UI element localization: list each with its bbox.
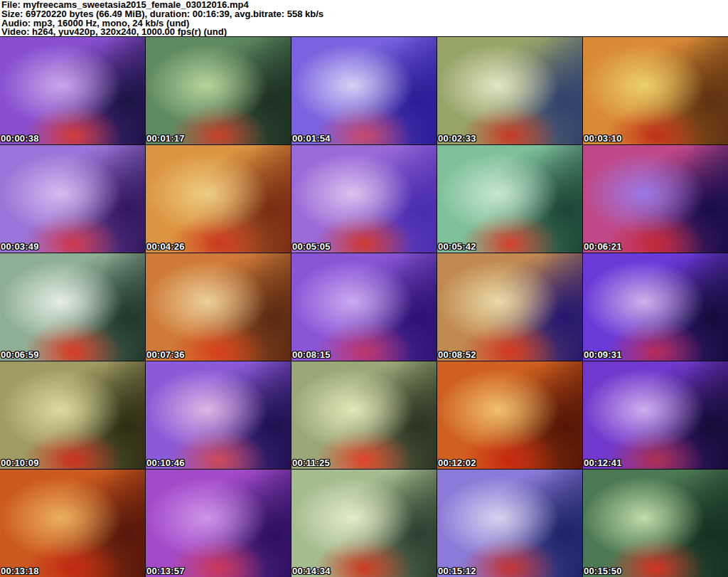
video-thumbnail: 00:14:34: [291, 470, 437, 577]
video-thumbnail: 00:11:25: [291, 361, 437, 469]
thumbnail-timestamp: 00:10:09: [1, 457, 39, 468]
video-thumbnail: 00:06:59: [0, 253, 145, 361]
contact-sheet: File: myfreecams_sweetasia2015_female_03…: [0, 0, 728, 577]
thumbnail-timestamp: 00:14:34: [292, 566, 331, 576]
thumbnail-timestamp: 00:05:42: [438, 241, 476, 252]
video-thumbnail: 00:03:10: [583, 37, 728, 144]
thumbnail-timestamp: 00:12:02: [438, 457, 476, 468]
video-thumbnail: 00:13:57: [146, 470, 291, 577]
video-thumbnail: 00:08:15: [291, 253, 437, 361]
thumbnail-timestamp: 00:13:57: [146, 566, 185, 576]
thumbnail-timestamp: 00:13:18: [1, 566, 39, 576]
thumbnail-timestamp: 00:06:59: [1, 349, 39, 360]
video-thumbnail: 00:02:33: [437, 37, 582, 144]
video-thumbnail: 00:10:46: [146, 361, 291, 469]
thumbnail-timestamp: 00:05:05: [292, 241, 331, 252]
video-thumbnail: 00:15:12: [437, 470, 582, 577]
thumbnail-timestamp: 00:01:54: [292, 133, 331, 144]
thumbnail-timestamp: 00:08:15: [292, 349, 331, 360]
thumbnail-timestamp: 00:12:41: [584, 457, 622, 468]
video-thumbnail: 00:12:41: [583, 361, 728, 469]
video-thumbnail: 00:03:49: [0, 145, 145, 253]
thumbnail-timestamp: 00:06:21: [584, 241, 622, 252]
thumbnail-timestamp: 00:15:12: [438, 566, 476, 576]
thumbnail-timestamp: 00:07:36: [146, 349, 185, 360]
thumbnail-timestamp: 00:00:38: [1, 133, 39, 144]
thumbnail-timestamp: 00:11:25: [292, 457, 330, 468]
video-thumbnail: 00:01:54: [291, 37, 437, 144]
thumbnail-grid: 00:00:38 00:01:17 00:01:54 00:02:33 00:0…: [0, 36, 728, 577]
video-thumbnail: 00:00:38: [0, 37, 145, 144]
video-thumbnail: 00:05:42: [437, 145, 582, 253]
thumbnail-timestamp: 00:01:17: [146, 133, 185, 144]
video-thumbnail: 00:06:21: [583, 145, 728, 253]
video-thumbnail: 00:10:09: [0, 361, 145, 469]
thumbnail-timestamp: 00:02:33: [438, 133, 476, 144]
thumbnail-timestamp: 00:08:52: [438, 349, 476, 360]
thumbnail-timestamp: 00:10:46: [146, 457, 185, 468]
thumbnail-timestamp: 00:03:10: [584, 133, 622, 144]
thumbnail-timestamp: 00:15:50: [584, 566, 622, 576]
video-thumbnail: 00:05:05: [291, 145, 437, 253]
thumbnail-timestamp: 00:04:26: [146, 241, 185, 252]
video-thumbnail: 00:08:52: [437, 253, 582, 361]
video-thumbnail: 00:15:50: [583, 470, 728, 577]
video-thumbnail: 00:04:26: [146, 145, 291, 253]
video-thumbnail: 00:13:18: [0, 470, 145, 577]
thumbnail-timestamp: 00:09:31: [584, 349, 622, 360]
thumbnail-timestamp: 00:03:49: [1, 241, 39, 252]
video-thumbnail: 00:07:36: [146, 253, 291, 361]
media-info-header: File: myfreecams_sweetasia2015_female_03…: [0, 0, 728, 36]
video-thumbnail: 00:01:17: [146, 37, 291, 144]
video-thumbnail: 00:12:02: [437, 361, 582, 469]
video-thumbnail: 00:09:31: [583, 253, 728, 361]
